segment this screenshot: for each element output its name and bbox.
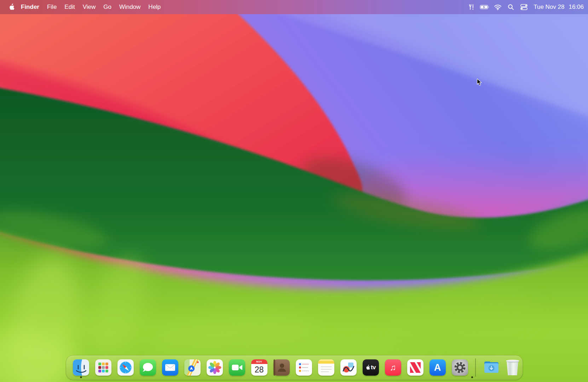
calendar-day: 28 bbox=[251, 364, 267, 376]
apple-tv-label: tv bbox=[371, 364, 376, 371]
mouse-cursor bbox=[477, 79, 482, 87]
finder-icon bbox=[73, 359, 89, 376]
dock-item-launchpad[interactable] bbox=[95, 359, 111, 376]
menu-item-help[interactable]: Help bbox=[144, 0, 165, 14]
apple-logo-small-icon bbox=[365, 365, 370, 370]
apple-logo-icon bbox=[8, 4, 15, 11]
notes-icon bbox=[318, 359, 334, 376]
dock-item-calendar[interactable]: NOV 28 bbox=[251, 359, 267, 376]
music-icon: ♫ bbox=[385, 359, 401, 376]
dock-item-news[interactable] bbox=[407, 359, 423, 376]
news-icon bbox=[407, 359, 423, 376]
freeform-icon bbox=[340, 359, 357, 376]
music-note-glyph: ♫ bbox=[390, 363, 396, 372]
safari-icon bbox=[117, 359, 134, 376]
messages-icon bbox=[140, 359, 156, 376]
system-settings-icon bbox=[452, 359, 468, 376]
dock-item-safari[interactable] bbox=[117, 359, 134, 376]
menu-item-edit[interactable]: Edit bbox=[60, 0, 79, 14]
dock-item-downloads[interactable] bbox=[483, 359, 500, 376]
menu-item-finder[interactable]: Finder bbox=[17, 0, 43, 14]
search-icon[interactable] bbox=[506, 0, 516, 14]
dock-item-mail[interactable] bbox=[162, 359, 178, 376]
dock-item-maps[interactable] bbox=[184, 359, 201, 376]
system-settings-running-indicator bbox=[471, 376, 473, 378]
dock-item-finder[interactable] bbox=[73, 359, 89, 376]
dock-item-music[interactable]: ♫ bbox=[385, 359, 401, 376]
wifi-icon[interactable] bbox=[493, 0, 503, 14]
launchpad-icon bbox=[95, 359, 111, 376]
dock-item-apple-tv[interactable]: tv bbox=[363, 359, 379, 376]
dock-item-system-settings[interactable] bbox=[452, 359, 468, 376]
dock-item-reminders[interactable] bbox=[296, 359, 312, 376]
clock-date: Tue Nov 28 bbox=[534, 4, 564, 11]
desktop: Finder File Edit View Go Window Help bbox=[0, 0, 588, 382]
reminders-icon bbox=[296, 359, 312, 376]
downloads-folder-icon bbox=[483, 359, 500, 376]
dock-item-facetime[interactable] bbox=[229, 359, 245, 376]
dock-item-contacts[interactable] bbox=[273, 359, 290, 376]
dock-item-freeform[interactable] bbox=[340, 359, 357, 376]
dock-item-trash[interactable] bbox=[506, 359, 520, 376]
menu-bar-clock[interactable]: Tue Nov 28 16:06 bbox=[532, 4, 584, 11]
clock-time: 16:06 bbox=[569, 4, 584, 11]
facetime-icon bbox=[229, 359, 245, 376]
menu-item-window[interactable]: Window bbox=[115, 0, 144, 14]
control-center-icon[interactable] bbox=[519, 0, 529, 14]
dock-item-app-store[interactable]: A bbox=[430, 359, 446, 376]
dock-item-photos[interactable] bbox=[207, 359, 223, 376]
menu-item-file[interactable]: File bbox=[43, 0, 60, 14]
dock-item-messages[interactable] bbox=[140, 359, 156, 376]
apple-menu[interactable] bbox=[7, 0, 17, 14]
finder-running-indicator bbox=[80, 376, 82, 378]
trash-icon bbox=[506, 359, 520, 376]
dock: NOV 28 bbox=[66, 355, 523, 380]
contacts-icon bbox=[273, 359, 290, 376]
menu-bar: Finder File Edit View Go Window Help bbox=[0, 0, 588, 14]
app-store-icon: A bbox=[430, 359, 446, 376]
dock-divider bbox=[475, 358, 476, 377]
calendar-icon: NOV 28 bbox=[251, 359, 267, 376]
tools-icon[interactable] bbox=[467, 0, 477, 14]
dock-item-notes[interactable] bbox=[318, 359, 334, 376]
photos-icon bbox=[207, 359, 223, 376]
apple-tv-icon: tv bbox=[363, 359, 379, 376]
maps-icon bbox=[184, 359, 201, 376]
menu-item-go[interactable]: Go bbox=[99, 0, 115, 14]
menu-item-view[interactable]: View bbox=[79, 0, 100, 14]
battery-charging-icon[interactable] bbox=[480, 0, 490, 14]
mail-icon bbox=[162, 359, 178, 376]
calendar-month: NOV bbox=[251, 359, 267, 364]
app-store-letter: A bbox=[434, 362, 441, 373]
wallpaper-sonoma bbox=[0, 0, 588, 382]
